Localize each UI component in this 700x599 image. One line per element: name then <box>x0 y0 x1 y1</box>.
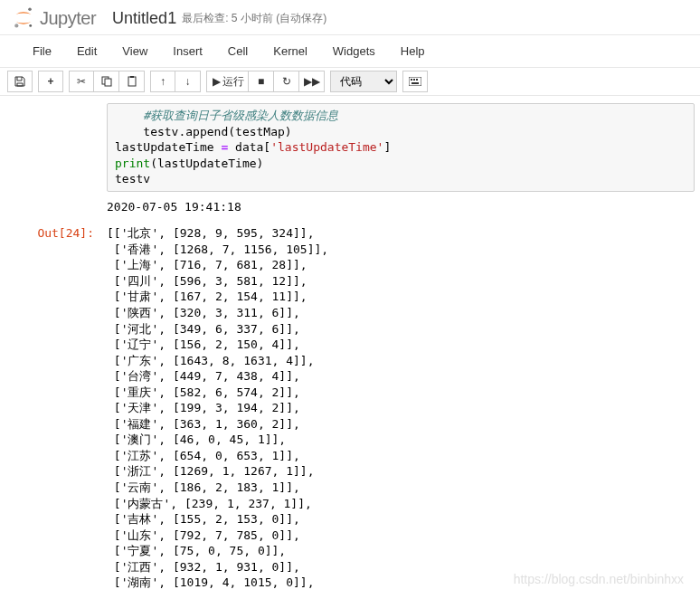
menu-insert[interactable]: Insert <box>160 39 215 63</box>
svg-rect-8 <box>411 79 412 81</box>
keyboard-icon <box>409 77 421 86</box>
arrow-up-icon: ↑ <box>160 75 166 88</box>
code-line: ] <box>383 140 391 154</box>
code-comment: #获取查询日子省级感染人数数据信息 <box>115 109 338 122</box>
stdout-text: 2020-07-05 19:41:18 <box>107 199 695 215</box>
code-line: data[ <box>228 140 270 154</box>
menu-edit[interactable]: Edit <box>64 39 109 63</box>
restart-run-all-button[interactable]: ▶▶ <box>299 71 325 92</box>
svg-rect-10 <box>416 79 418 81</box>
save-button[interactable] <box>7 71 33 92</box>
run-icon: ▶ <box>213 75 221 88</box>
add-cell-button[interactable]: + <box>38 71 63 92</box>
paste-button[interactable] <box>119 71 145 92</box>
cell-type-select[interactable]: 代码 <box>330 71 397 92</box>
fast-forward-icon: ▶▶ <box>304 75 320 88</box>
code-line: testv.append(testMap) <box>115 125 292 138</box>
cut-icon: ✂ <box>77 75 86 88</box>
checkpoint-status: 最后检查: 5 小时前 (自动保存) <box>182 11 326 26</box>
code-cell[interactable]: #获取查询日子省级感染人数数据信息 testv.append(testMap) … <box>0 101 700 197</box>
arrow-down-icon: ↓ <box>185 75 191 88</box>
code-line: lastUpdateTime <box>115 140 221 154</box>
empty-prompt <box>0 197 101 224</box>
jupyter-logo[interactable]: Jupyter <box>11 5 96 31</box>
code-line: testv <box>115 172 150 185</box>
toolbar: + ✂ ↑ ↓ ▶运行 ■ ↻ ▶▶ 代码 <box>0 68 700 96</box>
svg-rect-5 <box>128 77 136 86</box>
stdout-row: 2020-07-05 19:41:18 <box>0 197 700 224</box>
svg-rect-9 <box>413 79 415 81</box>
menubar: File Edit View Insert Cell Kernel Widget… <box>0 35 700 68</box>
output-row: Out[24]: [['北京', [928, 9, 595, 324]], ['… <box>0 223 700 593</box>
output-text: [['北京', [928, 9, 595, 324]], ['香港', [126… <box>107 225 695 591</box>
restart-icon: ↻ <box>282 75 291 88</box>
plus-icon: + <box>47 75 53 88</box>
cut-button[interactable]: ✂ <box>69 71 94 92</box>
svg-rect-4 <box>105 79 111 86</box>
save-icon <box>14 76 25 87</box>
menu-cell[interactable]: Cell <box>215 39 260 63</box>
menu-view[interactable]: View <box>109 39 160 63</box>
header: Jupyter Untitled1 最后检查: 5 小时前 (自动保存) <box>0 0 700 35</box>
menu-kernel[interactable]: Kernel <box>260 39 320 63</box>
code-input[interactable]: #获取查询日子省级感染人数数据信息 testv.append(testMap) … <box>107 103 695 192</box>
paste-icon <box>127 76 137 87</box>
svg-rect-11 <box>411 82 419 84</box>
code-string: 'lastUpdateTime' <box>270 140 383 154</box>
run-label: 运行 <box>222 74 244 90</box>
code-line: (lastUpdateTime) <box>150 157 263 170</box>
copy-button[interactable] <box>94 71 119 92</box>
jupyter-icon <box>11 5 36 31</box>
svg-point-2 <box>29 24 32 27</box>
svg-point-1 <box>14 24 18 27</box>
run-button[interactable]: ▶运行 <box>206 71 249 92</box>
move-up-button[interactable]: ↑ <box>150 71 175 92</box>
input-prompt <box>0 101 101 197</box>
svg-point-0 <box>28 7 32 11</box>
notebook-area: #获取查询日子省级感染人数数据信息 testv.append(testMap) … <box>0 96 700 593</box>
logo-text: Jupyter <box>40 8 96 29</box>
menu-file[interactable]: File <box>20 39 64 63</box>
svg-rect-6 <box>130 76 134 78</box>
notebook-title[interactable]: Untitled1 <box>112 9 176 28</box>
interrupt-button[interactable]: ■ <box>249 71 274 92</box>
move-down-button[interactable]: ↓ <box>175 71 201 92</box>
stop-icon: ■ <box>258 75 264 88</box>
menu-widgets[interactable]: Widgets <box>320 39 388 63</box>
restart-button[interactable]: ↻ <box>274 71 299 92</box>
copy-icon <box>101 76 112 87</box>
output-prompt: Out[24]: <box>0 223 101 593</box>
menu-help[interactable]: Help <box>388 39 438 63</box>
watermark: https://blog.csdn.net/binbinhxx <box>514 572 684 586</box>
svg-rect-7 <box>409 77 421 86</box>
command-palette-button[interactable] <box>402 71 428 92</box>
code-builtin: print <box>115 157 150 170</box>
